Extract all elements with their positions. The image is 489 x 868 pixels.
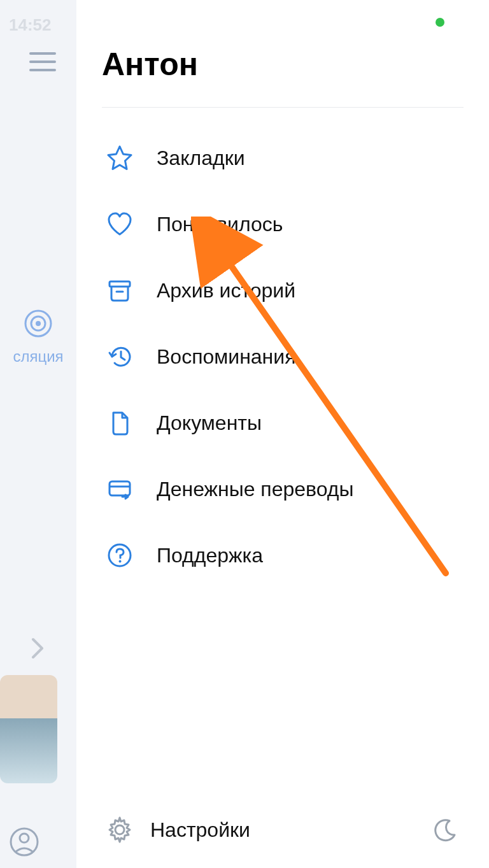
hamburger-icon[interactable] [29, 52, 56, 71]
settings-label[interactable]: Настройки [150, 818, 250, 842]
profile-tab-icon[interactable] [9, 827, 39, 857]
side-drawer: Антон Закладки Понравилось [76, 0, 489, 868]
svg-point-10 [119, 560, 122, 563]
chevron-right-icon [31, 637, 45, 660]
broadcast-shortcut[interactable]: сляция [0, 306, 76, 366]
drawer-footer: Настройки [102, 804, 464, 855]
menu-item-money-transfers[interactable]: Денежные переводы [102, 456, 464, 522]
svg-point-2 [36, 321, 41, 326]
status-bar-time: 14:52 [9, 15, 52, 35]
menu-item-label: Архив историй [157, 279, 295, 302]
menu-item-documents[interactable]: Документы [102, 390, 464, 456]
moon-icon[interactable] [428, 812, 464, 848]
menu-item-memories[interactable]: Воспоминания [102, 324, 464, 390]
menu-item-label: Закладки [157, 146, 245, 170]
broadcast-label: сляция [0, 348, 76, 366]
gear-icon[interactable] [102, 812, 138, 848]
menu-item-label: Поддержка [157, 544, 263, 567]
archive-icon [102, 273, 138, 308]
drawer-title: Антон [102, 46, 198, 83]
star-icon [102, 140, 138, 176]
svg-rect-5 [110, 281, 130, 287]
drawer-menu: Закладки Понравилось Архив историй [102, 125, 464, 588]
card-icon [102, 471, 138, 507]
menu-item-label: Документы [157, 411, 262, 435]
menu-item-label: Понравилось [157, 213, 283, 236]
divider [102, 107, 464, 108]
menu-item-label: Денежные переводы [157, 478, 353, 501]
svg-point-4 [20, 834, 29, 843]
svg-point-11 [115, 825, 124, 834]
menu-item-story-archive[interactable]: Архив историй [102, 257, 464, 324]
help-icon [102, 537, 138, 573]
heart-icon [102, 206, 138, 242]
broadcast-icon [20, 306, 56, 341]
menu-item-liked[interactable]: Понравилось [102, 191, 464, 257]
menu-item-support[interactable]: Поддержка [102, 522, 464, 588]
status-indicator-dot [436, 18, 444, 27]
menu-item-label: Воспоминания [157, 345, 295, 369]
story-thumbnail[interactable] [0, 675, 57, 783]
background-app-strip: 14:52 сляция [0, 0, 76, 868]
history-icon [102, 339, 138, 374]
document-icon [102, 405, 138, 441]
menu-item-bookmarks[interactable]: Закладки [102, 125, 464, 191]
svg-rect-7 [110, 481, 130, 495]
